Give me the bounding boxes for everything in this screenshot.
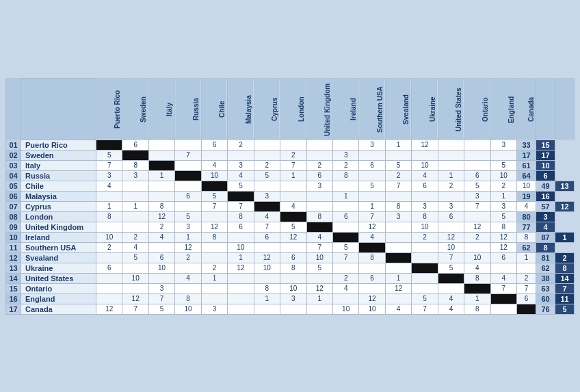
score-cell: 2 — [332, 273, 358, 283]
total-cell: 63 — [536, 283, 555, 293]
score-cell — [490, 293, 516, 304]
score-cell — [122, 211, 148, 222]
score-cell — [306, 304, 332, 314]
score-cell — [332, 232, 358, 242]
score-cell: 5 — [96, 150, 122, 160]
total-cell: 81 — [536, 252, 555, 263]
score-cell: 7 — [385, 181, 411, 191]
score-cell: 12 — [359, 222, 385, 232]
score-cell — [464, 211, 490, 222]
score-cell: 1 — [517, 252, 536, 263]
score-cell: 2 — [148, 222, 174, 232]
score-cell: 4 — [280, 201, 306, 211]
score-cell — [332, 140, 358, 150]
draw-cell: 04 — [6, 170, 21, 181]
table-row: 01Puerto Rico662311233315 — [6, 140, 575, 150]
score-cell: 10 — [306, 252, 332, 263]
score-cell — [438, 140, 464, 150]
country-name: Ireland — [21, 232, 96, 242]
score-cell — [201, 181, 227, 191]
table-row: 14United States10412618423814 — [6, 273, 575, 283]
draw-cell: 12 — [6, 252, 21, 263]
score-cell: 12 — [254, 252, 280, 263]
score-cell: 10 — [359, 304, 385, 314]
score-cell — [464, 140, 490, 150]
score-cell: 12 — [306, 283, 332, 293]
country-name: Sweden — [21, 150, 96, 160]
score-cell: 10 — [412, 160, 438, 170]
score-cell — [96, 273, 122, 283]
score-cell — [464, 150, 490, 160]
score-cell: 8 — [464, 273, 490, 283]
score-cell — [385, 191, 411, 201]
col-header-10: Southern USA — [359, 78, 385, 140]
col-header-7: London — [280, 78, 306, 140]
score-cell — [175, 201, 201, 211]
score-cell: 8 — [306, 211, 332, 222]
score-cell: 8 — [280, 263, 306, 273]
score-cell: 2 — [517, 273, 536, 283]
score-cell — [412, 150, 438, 160]
score-cell: 5 — [306, 263, 332, 273]
score-cell: 3 — [175, 222, 201, 232]
score-cell: 10 — [254, 263, 280, 273]
score-cell: 5 — [201, 191, 227, 201]
score-cell: 3 — [122, 170, 148, 181]
score-cell — [306, 222, 332, 232]
table-row: 02Sweden57231717 — [6, 150, 575, 160]
score-cell: 1 — [385, 273, 411, 283]
score-cell — [201, 150, 227, 160]
score-cell: 4 — [254, 211, 280, 222]
country-name: England — [21, 293, 96, 304]
score-cell — [332, 181, 358, 191]
score-cell — [385, 252, 411, 263]
col-header-9: Ireland — [332, 78, 358, 140]
score-cell: 12 — [438, 232, 464, 242]
score-cell: 1 — [359, 201, 385, 211]
score-cell — [122, 191, 148, 201]
score-cell: 8 — [412, 211, 438, 222]
score-cell: 6 — [464, 170, 490, 181]
score-cell: 5 — [148, 304, 174, 314]
score-cell: 2 — [464, 232, 490, 242]
score-cell — [148, 140, 174, 150]
placing-cell: 6 — [536, 170, 555, 181]
score-cell: 1 — [438, 170, 464, 181]
score-cell — [385, 150, 411, 160]
score-cell: 3 — [148, 283, 174, 293]
score-cell — [359, 263, 385, 273]
score-cell — [280, 140, 306, 150]
score-cell: 12 — [122, 293, 148, 304]
score-cell: 2 — [96, 242, 122, 252]
score-cell: 12 — [175, 242, 201, 252]
score-cell: 4 — [201, 160, 227, 170]
score-cell: 5 — [122, 252, 148, 263]
score-cell — [490, 263, 516, 273]
score-cell: 7 — [359, 211, 385, 222]
total-cell: 64 — [517, 170, 536, 181]
score-cell: 8 — [332, 170, 358, 181]
score-cell: 1 — [201, 273, 227, 283]
country-name: Italy — [21, 160, 96, 170]
draw-cell: 16 — [6, 293, 21, 304]
score-cell — [175, 283, 201, 293]
score-cell: 6 — [438, 211, 464, 222]
score-cell: 4 — [385, 304, 411, 314]
score-cell: 5 — [254, 170, 280, 181]
score-cell — [175, 170, 201, 181]
table-row: 10Ireland102418612442122128871 — [6, 232, 575, 242]
score-cell: 1 — [306, 293, 332, 304]
score-cell: 4 — [517, 201, 536, 211]
score-cell: 4 — [464, 263, 490, 273]
score-cell: 4 — [122, 242, 148, 252]
score-cell: 4 — [412, 170, 438, 181]
total-cell: 76 — [536, 304, 555, 314]
country-name: Puerto Rico — [21, 140, 96, 150]
score-cell: 6 — [201, 140, 227, 150]
score-cell: 8 — [201, 232, 227, 242]
score-cell — [122, 150, 148, 160]
score-cell: 7 — [464, 201, 490, 211]
score-cell — [201, 283, 227, 293]
score-cell — [280, 211, 306, 222]
col-header-0: Puerto Rico — [96, 78, 122, 140]
